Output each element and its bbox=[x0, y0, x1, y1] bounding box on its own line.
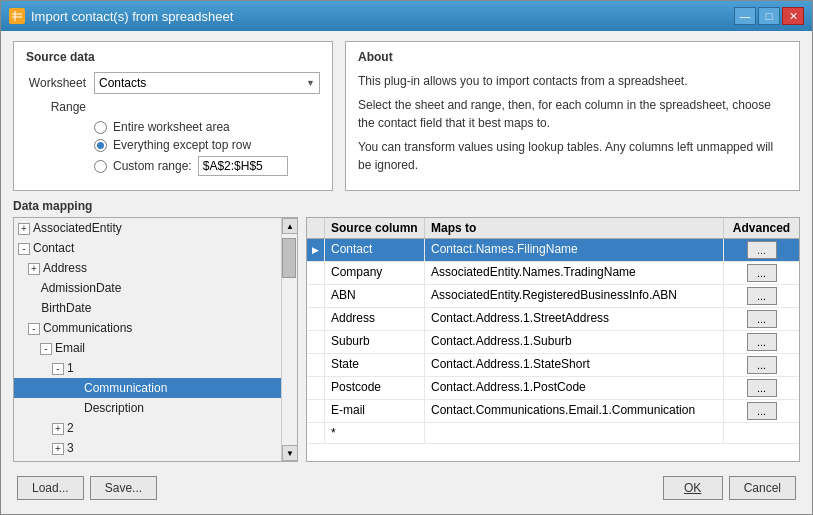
row-source: State bbox=[325, 354, 425, 376]
row-source: ABN bbox=[325, 285, 425, 307]
expander-address[interactable]: + bbox=[28, 263, 40, 275]
about-title: About bbox=[358, 50, 787, 64]
window-controls: — □ ✕ bbox=[734, 7, 804, 25]
row-source: Address bbox=[325, 308, 425, 330]
row-arrow bbox=[307, 262, 325, 284]
minimize-button[interactable]: — bbox=[734, 7, 756, 25]
radio-toprow[interactable] bbox=[94, 139, 107, 152]
table-row[interactable]: Company AssociatedEntity.Names.TradingNa… bbox=[307, 262, 799, 285]
row-maps: AssociatedEntity.Names.TradingName bbox=[425, 262, 724, 284]
tree-item-communication[interactable]: Communication bbox=[14, 378, 281, 398]
table-row[interactable]: Suburb Contact.Address.1.Suburb ... bbox=[307, 331, 799, 354]
advanced-btn-1[interactable]: ... bbox=[747, 241, 777, 259]
row-arrow bbox=[307, 308, 325, 330]
advanced-btn-7[interactable]: ... bbox=[747, 379, 777, 397]
worksheet-dropdown[interactable]: Contacts ▼ bbox=[94, 72, 320, 94]
range-label-row: Range bbox=[26, 100, 320, 114]
table-row[interactable]: ▶ Contact Contact.Names.FilingName ... bbox=[307, 239, 799, 262]
main-content: Source data Worksheet Contacts ▼ Range E… bbox=[1, 31, 812, 514]
scrollbar-thumb[interactable] bbox=[282, 238, 296, 278]
range-radio-group: Entire worksheet area Everything except … bbox=[94, 120, 320, 176]
table-body: ▶ Contact Contact.Names.FilingName ... C… bbox=[307, 239, 799, 461]
mapping-table: Source column Maps to Advanced ▶ Contact… bbox=[306, 217, 800, 462]
data-mapping-title: Data mapping bbox=[13, 199, 800, 213]
table-row[interactable]: State Contact.Address.1.StateShort ... bbox=[307, 354, 799, 377]
row-advanced-btn-cell: ... bbox=[724, 354, 799, 376]
radio-custom[interactable] bbox=[94, 160, 107, 173]
radio-toprow-label: Everything except top row bbox=[113, 138, 251, 152]
table-row[interactable]: E-mail Contact.Communications.Email.1.Co… bbox=[307, 400, 799, 423]
tree-item-email-2[interactable]: +2 bbox=[14, 418, 281, 438]
cancel-button[interactable]: Cancel bbox=[729, 476, 796, 500]
tree-content: +AssociatedEntity -Contact +Address Admi… bbox=[14, 218, 281, 461]
source-data-panel: Source data Worksheet Contacts ▼ Range E… bbox=[13, 41, 333, 191]
row-source: Suburb bbox=[325, 331, 425, 353]
custom-range-input[interactable] bbox=[198, 156, 288, 176]
tree-item-associated[interactable]: +AssociatedEntity bbox=[14, 218, 281, 238]
worksheet-row: Worksheet Contacts ▼ bbox=[26, 72, 320, 94]
advanced-btn-2[interactable]: ... bbox=[747, 264, 777, 282]
maximize-button[interactable]: □ bbox=[758, 7, 780, 25]
expander-email-3[interactable]: + bbox=[52, 443, 64, 455]
ok-button[interactable]: OK bbox=[663, 476, 723, 500]
tree-item-address[interactable]: +Address bbox=[14, 258, 281, 278]
scrollbar-up-btn[interactable]: ▲ bbox=[282, 218, 298, 234]
tree-item-email-1[interactable]: -1 bbox=[14, 358, 281, 378]
row-arrow bbox=[307, 423, 325, 443]
dropdown-arrow-icon: ▼ bbox=[306, 78, 315, 88]
expander-contact[interactable]: - bbox=[18, 243, 30, 255]
advanced-btn-4[interactable]: ... bbox=[747, 310, 777, 328]
expander-associated[interactable]: + bbox=[18, 223, 30, 235]
radio-entire-label: Entire worksheet area bbox=[113, 120, 230, 134]
source-data-title: Source data bbox=[26, 50, 320, 64]
row-maps: Contact.Communications.Email.1.Communica… bbox=[425, 400, 724, 422]
row-arrow bbox=[307, 285, 325, 307]
expander-communications[interactable]: - bbox=[28, 323, 40, 335]
advanced-btn-6[interactable]: ... bbox=[747, 356, 777, 374]
row-source: Postcode bbox=[325, 377, 425, 399]
svg-rect-0 bbox=[12, 11, 22, 21]
tree-item-admissiondate[interactable]: AdmissionDate bbox=[14, 278, 281, 298]
expander-email-1[interactable]: - bbox=[52, 363, 64, 375]
radio-toprow-row[interactable]: Everything except top row bbox=[94, 138, 320, 152]
footer-right: OK Cancel bbox=[663, 476, 796, 500]
table-row[interactable]: Address Contact.Address.1.StreetAddress … bbox=[307, 308, 799, 331]
table-row[interactable]: Postcode Contact.Address.1.PostCode ... bbox=[307, 377, 799, 400]
col-arrow bbox=[307, 218, 325, 238]
advanced-btn-8[interactable]: ... bbox=[747, 402, 777, 420]
row-advanced-btn-cell bbox=[724, 423, 799, 443]
tree-item-birthdate[interactable]: BirthDate bbox=[14, 298, 281, 318]
worksheet-value: Contacts bbox=[99, 76, 146, 90]
radio-entire[interactable] bbox=[94, 121, 107, 134]
radio-entire-row[interactable]: Entire worksheet area bbox=[94, 120, 320, 134]
tree-scrollbar[interactable]: ▲ ▼ bbox=[281, 218, 297, 461]
tree-item-communications[interactable]: -Communications bbox=[14, 318, 281, 338]
footer-left: Load... Save... bbox=[17, 476, 157, 500]
table-row[interactable]: ABN AssociatedEntity.RegisteredBusinessI… bbox=[307, 285, 799, 308]
tree-item-email-3[interactable]: +3 bbox=[14, 438, 281, 458]
tree-item-email[interactable]: -Email bbox=[14, 338, 281, 358]
expander-email-2[interactable]: + bbox=[52, 423, 64, 435]
load-button[interactable]: Load... bbox=[17, 476, 84, 500]
row-maps: Contact.Address.1.StateShort bbox=[425, 354, 724, 376]
advanced-btn-3[interactable]: ... bbox=[747, 287, 777, 305]
expander-email[interactable]: - bbox=[40, 343, 52, 355]
advanced-btn-5[interactable]: ... bbox=[747, 333, 777, 351]
title-bar: Import contact(s) from spreadsheet — □ ✕ bbox=[1, 1, 812, 31]
tree-item-contact[interactable]: -Contact bbox=[14, 238, 281, 258]
row-arrow bbox=[307, 331, 325, 353]
row-source: E-mail bbox=[325, 400, 425, 422]
tree-item-description[interactable]: Description bbox=[14, 398, 281, 418]
row-arrow bbox=[307, 400, 325, 422]
about-para-2: Select the sheet and range, then, for ea… bbox=[358, 96, 787, 132]
top-section: Source data Worksheet Contacts ▼ Range E… bbox=[13, 41, 800, 191]
table-row-new[interactable]: * bbox=[307, 423, 799, 444]
radio-custom-label: Custom range: bbox=[113, 159, 192, 173]
scrollbar-down-btn[interactable]: ▼ bbox=[282, 445, 298, 461]
row-arrow: ▶ bbox=[307, 239, 325, 261]
about-para-1: This plug-in allows you to import contac… bbox=[358, 72, 787, 90]
tree-item-facsimile[interactable]: +Facsimile bbox=[14, 458, 281, 461]
save-button[interactable]: Save... bbox=[90, 476, 157, 500]
close-button[interactable]: ✕ bbox=[782, 7, 804, 25]
app-icon bbox=[9, 8, 25, 24]
